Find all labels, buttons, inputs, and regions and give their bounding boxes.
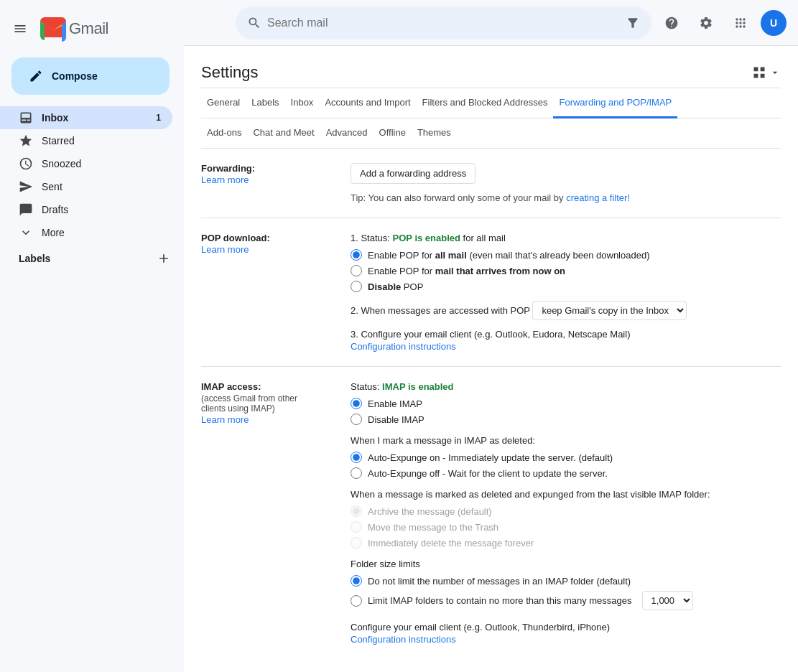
drafts-icon: [19, 202, 33, 217]
more-icon: [19, 225, 33, 240]
trash-radio[interactable]: Move the message to the Trash: [351, 521, 781, 533]
sent-icon: [19, 179, 33, 194]
imap-status: Status: IMAP is enabled: [351, 381, 781, 392]
pop-section: POP download: Learn more 1. Status: POP …: [201, 218, 781, 367]
snoozed-label: Snoozed: [42, 158, 81, 169]
forwarding-section: Forwarding: Learn more Add a forwarding …: [201, 149, 781, 218]
nav-starred[interactable]: Starred: [0, 129, 172, 152]
imap-disable-radio[interactable]: Disable IMAP: [351, 414, 781, 425]
add-label-button[interactable]: [155, 250, 172, 267]
more-label: More: [42, 227, 65, 238]
compose-icon: [29, 69, 43, 83]
limit-radio[interactable]: Limit IMAP folders to contain no more th…: [351, 591, 781, 610]
settings-button[interactable]: [692, 9, 720, 37]
inbox-badge: 1: [156, 113, 161, 123]
tab-advanced[interactable]: Advanced: [320, 118, 374, 149]
pop-config-link[interactable]: Configuration instructions: [351, 341, 781, 352]
filter-icon: [626, 16, 640, 30]
pop-status: 1. Status: POP is enabled for all mail: [351, 233, 781, 243]
pop-radio-group: Enable POP for all mail (even mail that'…: [351, 249, 781, 292]
nav-drafts[interactable]: Drafts: [0, 198, 172, 221]
imap-config-link[interactable]: Configuration instructions: [351, 634, 781, 645]
tab-general[interactable]: General: [201, 88, 246, 118]
nav-sent[interactable]: Sent: [0, 175, 172, 198]
pop-radio-disable[interactable]: Disable POP: [351, 281, 781, 292]
tab-addons[interactable]: Add-ons: [201, 118, 247, 149]
pop-label: POP download:: [201, 233, 333, 243]
search-input[interactable]: [267, 17, 620, 29]
inbox-label: Inbox: [42, 112, 68, 123]
topbar-right: U: [657, 9, 787, 37]
create-filter-link[interactable]: creating a filter!: [566, 192, 630, 203]
help-button[interactable]: [657, 9, 686, 37]
deleted-title: When I mark a message in IMAP as deleted…: [351, 435, 781, 446]
drafts-label: Drafts: [42, 204, 68, 215]
topbar: U: [184, 0, 798, 46]
tab-labels[interactable]: Labels: [246, 88, 284, 118]
auto-expunge-off-radio[interactable]: Auto-Expunge off - Wait for the client t…: [351, 467, 781, 479]
nav-inbox[interactable]: Inbox 1: [0, 106, 172, 129]
deleted-section: When I mark a message in IMAP as deleted…: [351, 435, 781, 479]
archive-radio[interactable]: Archive the message (default): [351, 505, 781, 517]
tab-chat[interactable]: Chat and Meet: [247, 118, 320, 149]
when-pop-label: 2. When messages are accessed with POP k…: [351, 301, 781, 320]
search-icon: [247, 16, 261, 30]
snooze-icon: [19, 157, 33, 171]
expunge-section: When a message is marked as deleted and …: [351, 489, 781, 549]
expunge-title: When a message is marked as deleted and …: [351, 489, 781, 500]
hamburger-menu[interactable]: [6, 14, 34, 43]
imap-section: IMAP access: (access Gmail from other cl…: [201, 367, 781, 659]
imap-config-line: Configure your email client (e.g. Outloo…: [351, 622, 781, 633]
imap-label: IMAP access:: [201, 381, 333, 392]
forwarding-label: Forwarding:: [201, 163, 333, 174]
layout-picker[interactable]: [752, 65, 781, 80]
compose-button[interactable]: Compose: [11, 57, 170, 95]
tab-forwarding[interactable]: Forwarding and POP/IMAP: [553, 88, 677, 118]
avatar[interactable]: U: [761, 10, 787, 36]
sent-label: Sent: [42, 181, 62, 192]
pop-radio-all-mail[interactable]: Enable POP for all mail (even mail that'…: [351, 249, 781, 261]
delete-forever-radio[interactable]: Immediately delete the message forever: [351, 537, 781, 549]
labels-header: Labels: [0, 244, 184, 270]
imap-enable-group: Enable IMAP Disable IMAP: [351, 398, 781, 425]
expunge-action-group: Archive the message (default) Move the m…: [351, 505, 781, 549]
imap-sub: (access Gmail from other clients using I…: [201, 393, 333, 414]
no-limit-radio[interactable]: Do not limit the number of messages in a…: [351, 575, 781, 587]
apps-button[interactable]: [726, 9, 755, 37]
settings-tabs-row2: Add-ons Chat and Meet Advanced Offline T…: [201, 118, 781, 149]
imap-learn-more[interactable]: Learn more: [201, 414, 249, 425]
nav-more[interactable]: More: [0, 221, 172, 244]
logo-text: Gmail: [69, 19, 108, 38]
settings-tabs-row1: General Labels Inbox Accounts and Import…: [201, 88, 781, 118]
inbox-icon: [19, 111, 33, 125]
pop-learn-more[interactable]: Learn more: [201, 244, 249, 255]
tab-filters[interactable]: Filters and Blocked Addresses: [417, 88, 554, 118]
page-title: Settings: [201, 63, 259, 82]
expunge-radio-group: Auto-Expunge on - Immediately update the…: [351, 452, 781, 479]
starred-label: Starred: [42, 135, 75, 146]
folder-title: Folder size limits: [351, 559, 781, 569]
folder-limit-select[interactable]: 1,000: [642, 591, 693, 610]
folder-section: Folder size limits Do not limit the numb…: [351, 559, 781, 610]
star-icon: [19, 134, 33, 148]
add-forwarding-button[interactable]: Add a forwarding address: [351, 163, 475, 184]
imap-enable-radio[interactable]: Enable IMAP: [351, 398, 781, 409]
labels-title: Labels: [19, 253, 50, 264]
search-bar[interactable]: [236, 6, 651, 39]
forwarding-tip: Tip: You can also forward only some of y…: [351, 192, 781, 203]
pop-config-line: 3. Configure your email client (e.g. Out…: [351, 329, 781, 340]
tab-themes[interactable]: Themes: [412, 118, 457, 149]
nav-snoozed[interactable]: Snoozed: [0, 152, 172, 175]
gmail-logo: Gmail: [40, 16, 108, 42]
compose-label: Compose: [52, 70, 98, 82]
forwarding-learn-more[interactable]: Learn more: [201, 174, 249, 185]
pop-radio-from-now[interactable]: Enable POP for mail that arrives from no…: [351, 265, 781, 276]
tab-offline[interactable]: Offline: [374, 118, 412, 149]
folder-radio-group: Do not limit the number of messages in a…: [351, 575, 781, 610]
tab-accounts[interactable]: Accounts and Import: [319, 88, 416, 118]
auto-expunge-on-radio[interactable]: Auto-Expunge on - Immediately update the…: [351, 452, 781, 463]
pop-action-select[interactable]: keep Gmail's copy in the Inbox: [532, 301, 687, 320]
tab-inbox[interactable]: Inbox: [285, 88, 320, 118]
